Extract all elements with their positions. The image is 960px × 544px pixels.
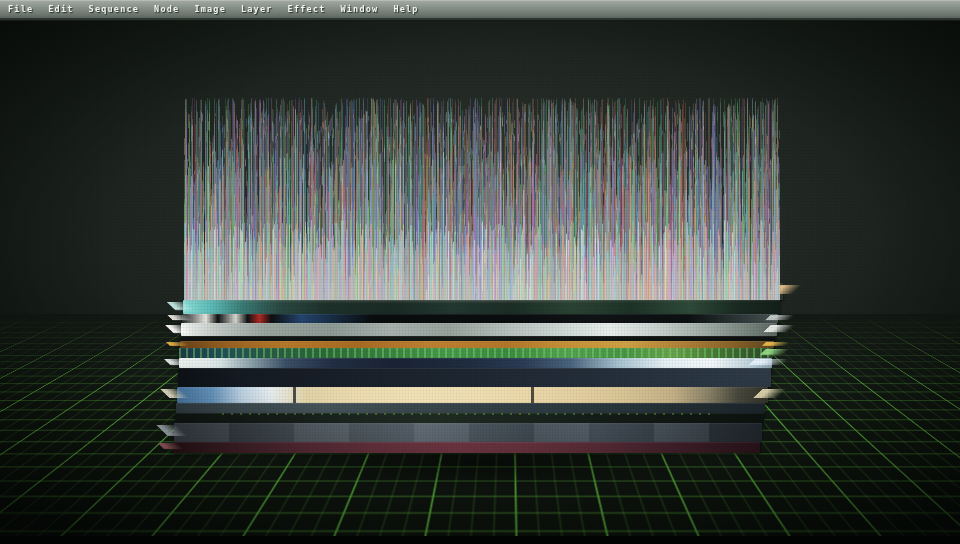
letterbox-bar — [0, 536, 960, 544]
layer-edge-highlight-left — [167, 315, 192, 320]
layer-detail-texture — [174, 423, 762, 442]
layer-maroon[interactable] — [173, 442, 760, 453]
layer-detail-texture — [177, 387, 768, 403]
layer-asphalt[interactable] — [174, 423, 762, 442]
menu-item-sequence[interactable]: Sequence — [89, 0, 140, 19]
layer-dark-city[interactable] — [182, 314, 779, 323]
layer-navy-slab[interactable] — [178, 368, 771, 387]
layer-beach-sand[interactable] — [177, 387, 768, 403]
layer-detail-texture — [179, 348, 773, 358]
menu-item-image[interactable]: Image — [194, 0, 226, 19]
menu-item-effect[interactable]: Effect — [288, 0, 326, 19]
menu-item-edit[interactable]: Edit — [48, 0, 73, 19]
menu-item-layer[interactable]: Layer — [241, 0, 273, 19]
layer-edge-highlight-right — [761, 349, 791, 355]
layer-edge-highlight-left — [160, 389, 190, 398]
menu-item-window[interactable]: Window — [340, 0, 378, 19]
layer-dark-speckle[interactable] — [175, 413, 764, 423]
layer-sky-strip[interactable] — [179, 358, 772, 368]
layer-edge-highlight-left — [167, 302, 195, 310]
layer-edge-highlight-left — [164, 359, 190, 365]
layer-edge-highlight-left — [156, 425, 187, 436]
layer-gray-blue[interactable] — [176, 403, 766, 413]
menu-item-help[interactable]: Help — [393, 0, 418, 19]
static-noise-layer[interactable] — [184, 90, 780, 300]
layer-detail-texture — [222, 413, 717, 415]
application-window: FileEditSequenceNodeImageLayerEffectWind… — [0, 0, 960, 544]
layer-edge-highlight-left — [166, 342, 190, 346]
menu-item-node[interactable]: Node — [154, 0, 179, 19]
layer-edge-highlight-right — [763, 325, 794, 332]
layer-edge-highlight-left — [157, 443, 184, 449]
layer-autumn-orange[interactable] — [180, 341, 775, 348]
layer-grass-green[interactable] — [179, 348, 773, 358]
layer-silver-road[interactable] — [181, 323, 777, 336]
layer-edge-highlight-right — [753, 389, 786, 398]
viewport-3d[interactable] — [0, 0, 960, 544]
layer-teal-coast[interactable] — [183, 300, 781, 314]
layer-edge-highlight-right — [766, 315, 795, 320]
menu-bar: FileEditSequenceNodeImageLayerEffectWind… — [0, 0, 960, 20]
menu-item-file[interactable]: File — [8, 0, 33, 19]
layer-edge-highlight-left — [165, 325, 193, 333]
layer-edge-highlight-right — [749, 359, 789, 365]
layer-edge-highlight-right — [762, 342, 790, 346]
